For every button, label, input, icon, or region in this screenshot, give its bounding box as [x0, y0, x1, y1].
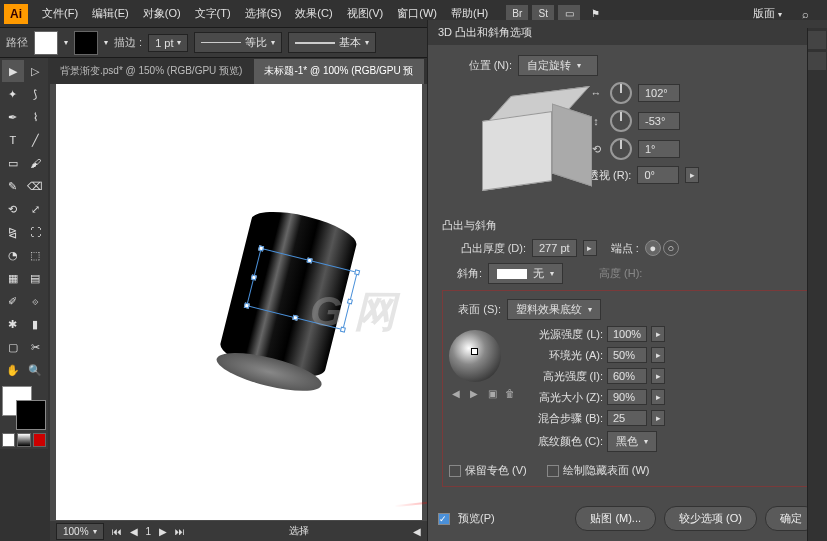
- stroke-weight-field[interactable]: 1 pt▾: [148, 34, 188, 52]
- panel-icon-1[interactable]: [808, 31, 826, 49]
- perspective-tool[interactable]: ⬚: [25, 244, 47, 266]
- nav-last-icon[interactable]: ⏭: [175, 526, 185, 537]
- draw-gradient[interactable]: [17, 433, 30, 447]
- rotation-cube-preview[interactable]: [462, 86, 582, 206]
- menu-type[interactable]: 文字(T): [189, 2, 237, 25]
- stroke-swatch[interactable]: [74, 31, 98, 55]
- cap-off-button[interactable]: ○: [663, 240, 679, 256]
- fewer-options-button[interactable]: 较少选项 (O): [664, 506, 757, 531]
- depth-stepper[interactable]: ▸: [583, 240, 597, 256]
- artboard-tool[interactable]: ▢: [2, 336, 24, 358]
- eraser-tool[interactable]: ⌫: [25, 175, 47, 197]
- ambient-field[interactable]: 50%: [607, 347, 647, 363]
- menu-select[interactable]: 选择(S): [239, 2, 288, 25]
- z-rotation-dial[interactable]: [610, 138, 632, 160]
- draw-hidden-checkbox[interactable]: [547, 465, 559, 477]
- curvature-tool[interactable]: ⌇: [25, 106, 47, 128]
- perspective-field[interactable]: 0°: [637, 166, 679, 184]
- highlight-intensity-field[interactable]: 60%: [607, 368, 647, 384]
- scroll-left-icon[interactable]: ◀: [413, 526, 421, 537]
- cap-on-button[interactable]: ●: [645, 240, 661, 256]
- depth-label: 凸出厚度 (D):: [442, 241, 526, 256]
- fill-dropdown-icon[interactable]: ▾: [64, 38, 68, 47]
- tab-document-1[interactable]: 未标题-1* @ 100% (RGB/GPU 预: [254, 59, 423, 84]
- paintbrush-tool[interactable]: 🖌: [25, 152, 47, 174]
- zoom-combo[interactable]: 100%▾: [56, 523, 104, 540]
- rotate-tool[interactable]: ⟲: [2, 198, 24, 220]
- preserve-spot-checkbox[interactable]: [449, 465, 461, 477]
- new-light-icon[interactable]: ▣: [485, 386, 499, 400]
- menu-file[interactable]: 文件(F): [36, 2, 84, 25]
- pen-tool[interactable]: ✒: [2, 106, 24, 128]
- type-tool[interactable]: T: [2, 129, 24, 151]
- x-rotation-field[interactable]: 102°: [638, 84, 680, 102]
- color-swatches[interactable]: [2, 386, 46, 430]
- light-back-icon[interactable]: ◀: [449, 386, 463, 400]
- depth-field[interactable]: 277 pt: [532, 239, 577, 257]
- selection-tool[interactable]: ▶: [2, 60, 24, 82]
- perspective-stepper[interactable]: ▸: [685, 167, 699, 183]
- blend-tool[interactable]: ⟐: [25, 290, 47, 312]
- delete-light-icon[interactable]: 🗑: [503, 386, 517, 400]
- hand-tool[interactable]: ✋: [2, 359, 24, 381]
- highlight-size-field[interactable]: 90%: [607, 389, 647, 405]
- draw-normal[interactable]: [2, 433, 15, 447]
- magic-wand-tool[interactable]: ✦: [2, 83, 24, 105]
- panel-icon-2[interactable]: [808, 52, 826, 70]
- blend-steps-field[interactable]: 25: [607, 410, 647, 426]
- blend-steps-stepper[interactable]: ▸: [651, 410, 665, 426]
- nav-next-icon[interactable]: ▶: [159, 526, 167, 537]
- background-swatch[interactable]: [16, 400, 46, 430]
- light-sphere-preview[interactable]: [449, 330, 501, 382]
- light-intensity-stepper[interactable]: ▸: [651, 326, 665, 342]
- surface-combo[interactable]: 塑料效果底纹▾: [507, 299, 601, 320]
- tab-document-0[interactable]: 背景渐变.psd* @ 150% (RGB/GPU 预览): [50, 59, 252, 84]
- artboard[interactable]: [56, 84, 422, 520]
- free-transform-tool[interactable]: ⛶: [25, 221, 47, 243]
- x-rotation-dial[interactable]: [610, 82, 632, 104]
- slice-tool[interactable]: ✂: [25, 336, 47, 358]
- bevel-combo[interactable]: 无▾: [488, 263, 563, 284]
- menu-object[interactable]: 对象(O): [137, 2, 187, 25]
- shaper-tool[interactable]: ✎: [2, 175, 24, 197]
- light-intensity-field[interactable]: 100%: [607, 326, 647, 342]
- scale-tool[interactable]: ⤢: [25, 198, 47, 220]
- menu-effect[interactable]: 效果(C): [289, 2, 338, 25]
- nav-first-icon[interactable]: ⏮: [112, 526, 122, 537]
- draw-none[interactable]: [33, 433, 46, 447]
- menu-edit[interactable]: 编辑(E): [86, 2, 135, 25]
- menu-view[interactable]: 视图(V): [341, 2, 390, 25]
- stroke-dropdown-icon[interactable]: ▾: [104, 38, 108, 47]
- position-combo[interactable]: 自定旋转▾: [518, 55, 598, 76]
- column-graph-tool[interactable]: ▮: [25, 313, 47, 335]
- profile-combo[interactable]: 等比▾: [194, 32, 282, 53]
- light-front-icon[interactable]: ▶: [467, 386, 481, 400]
- nav-page[interactable]: 1: [146, 526, 152, 537]
- line-tool[interactable]: ╱: [25, 129, 47, 151]
- width-tool[interactable]: ⧎: [2, 221, 24, 243]
- highlight-size-stepper[interactable]: ▸: [651, 389, 665, 405]
- gradient-tool[interactable]: ▤: [25, 267, 47, 289]
- symbol-sprayer-tool[interactable]: ✱: [2, 313, 24, 335]
- z-rotation-field[interactable]: 1°: [638, 140, 680, 158]
- lasso-tool[interactable]: ⟆: [25, 83, 47, 105]
- zoom-tool[interactable]: 🔍: [25, 359, 47, 381]
- mesh-tool[interactable]: ▦: [2, 267, 24, 289]
- right-panel-dock[interactable]: [807, 28, 827, 541]
- shading-color-combo[interactable]: 黑色▾: [607, 431, 657, 452]
- highlight-intensity-stepper[interactable]: ▸: [651, 368, 665, 384]
- rectangle-tool[interactable]: ▭: [2, 152, 24, 174]
- nav-prev-icon[interactable]: ◀: [130, 526, 138, 537]
- preview-checkbox[interactable]: [438, 513, 450, 525]
- shape-builder-tool[interactable]: ◔: [2, 244, 24, 266]
- dialog-title: 3D 凸出和斜角选项: [428, 20, 827, 45]
- y-rotation-field[interactable]: -53°: [638, 112, 680, 130]
- ambient-label: 环境光 (A):: [525, 348, 603, 363]
- brush-combo[interactable]: 基本▾: [288, 32, 376, 53]
- ambient-stepper[interactable]: ▸: [651, 347, 665, 363]
- eyedropper-tool[interactable]: ✐: [2, 290, 24, 312]
- map-art-button[interactable]: 贴图 (M)...: [575, 506, 656, 531]
- fill-swatch[interactable]: [34, 31, 58, 55]
- y-rotation-dial[interactable]: [610, 110, 632, 132]
- direct-selection-tool[interactable]: ▷: [25, 60, 47, 82]
